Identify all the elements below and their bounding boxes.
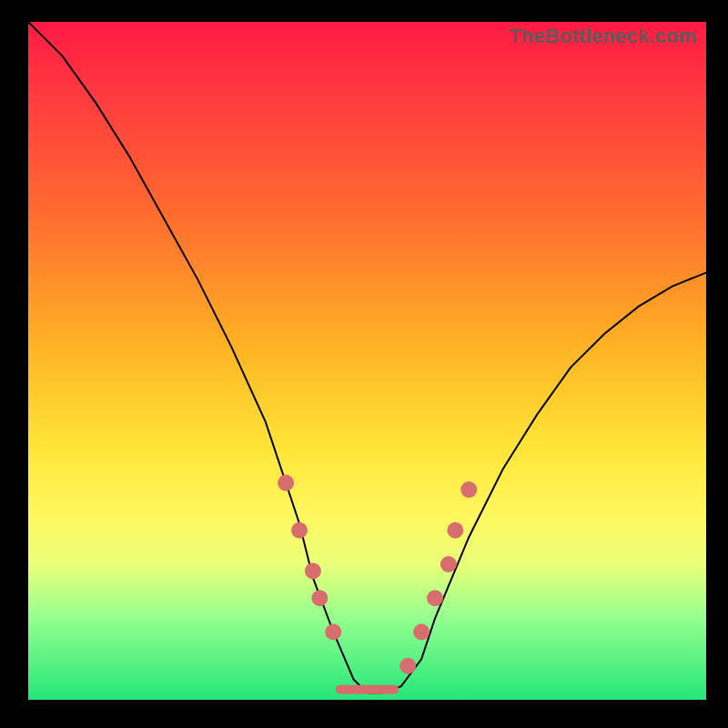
- highlight-dot: [399, 658, 416, 674]
- highlight-dot: [427, 590, 443, 606]
- highlight-dots-group: [278, 475, 477, 674]
- highlight-dot: [413, 624, 430, 641]
- chart-plot-area: TheBottleneck.com: [28, 22, 706, 700]
- highlight-dot: [305, 562, 321, 579]
- highlight-dot: [278, 475, 294, 491]
- highlight-dot: [460, 481, 477, 498]
- chart-svg: [28, 22, 706, 700]
- highlight-dot: [325, 624, 341, 641]
- highlight-dot: [291, 522, 308, 539]
- bottleneck-curve: [28, 22, 706, 693]
- highlight-dot: [447, 522, 463, 539]
- chart-frame: TheBottleneck.com: [0, 0, 728, 728]
- highlight-dot: [311, 590, 328, 606]
- highlight-dot: [440, 556, 457, 572]
